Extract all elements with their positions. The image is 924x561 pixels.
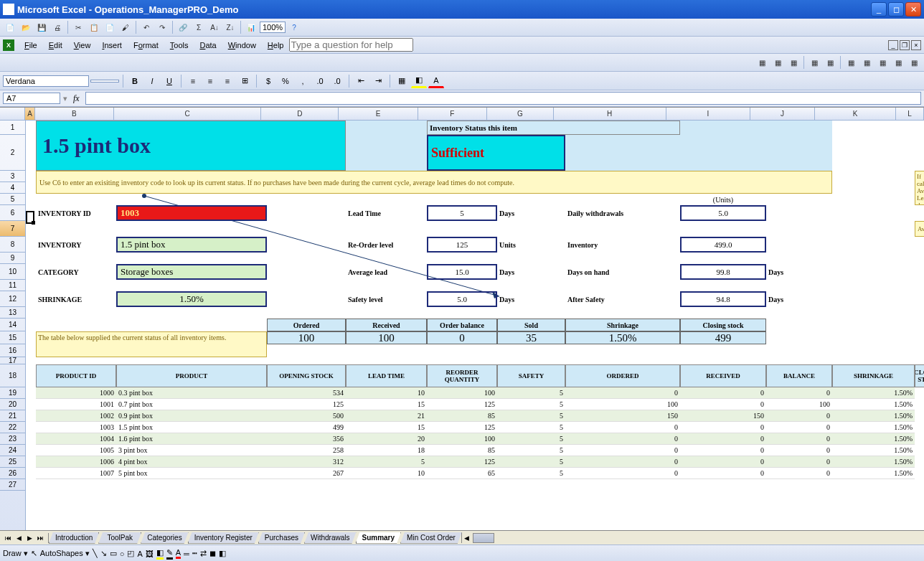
row-header[interactable]: 6 — [0, 205, 25, 221]
sheet-tab[interactable]: Summary — [356, 532, 402, 544]
lead-time-value[interactable]: 5 — [427, 205, 497, 221]
column-header[interactable]: K — [815, 108, 896, 120]
close-button[interactable]: ✕ — [905, 2, 921, 16]
sheet-tab[interactable]: ToolPak — [98, 532, 141, 544]
row-header[interactable]: 12 — [0, 291, 25, 307]
column-header[interactable]: C — [114, 108, 262, 120]
menu-help[interactable]: Help — [262, 39, 290, 51]
column-header[interactable]: D — [261, 108, 339, 120]
menu-tools[interactable]: Tools — [164, 39, 194, 51]
fx-button[interactable]: fx — [70, 93, 82, 104]
comma-button[interactable]: , — [295, 74, 311, 88]
menu-format[interactable]: Format — [128, 39, 164, 51]
sheet-tab[interactable]: Inventory Register — [188, 532, 259, 544]
row-header[interactable]: 24 — [0, 445, 25, 456]
row-header[interactable]: 13 — [0, 307, 25, 319]
italic-button[interactable]: I — [144, 74, 160, 88]
redo-icon[interactable]: ↷ — [155, 20, 169, 34]
doc-restore-button[interactable]: ❐ — [900, 40, 910, 50]
line-color-icon[interactable]: ✎ — [166, 548, 173, 560]
column-header[interactable]: I — [666, 108, 751, 120]
underline-button[interactable]: U — [161, 74, 177, 88]
safety-value[interactable]: 5.0 — [427, 291, 497, 307]
select-objects-icon[interactable]: ↖ — [31, 549, 37, 558]
toolbar-icon[interactable]: ▦ — [786, 55, 801, 70]
toolbar-icon[interactable]: ▦ — [844, 55, 858, 70]
shadow-icon[interactable]: ◼ — [209, 549, 216, 558]
row-header[interactable]: 21 — [0, 410, 25, 422]
3d-icon[interactable]: ◧ — [219, 549, 226, 558]
sort-desc-icon[interactable]: Z↓ — [223, 20, 237, 34]
row-header[interactable]: 20 — [0, 399, 25, 410]
toolbar-icon[interactable]: ▦ — [807, 55, 821, 70]
tab-prev-button[interactable]: ◀ — [14, 533, 24, 543]
column-header[interactable]: F — [418, 108, 487, 120]
column-header[interactable]: H — [554, 108, 666, 120]
row-header[interactable]: 16 — [0, 344, 25, 357]
align-right-button[interactable]: ≡ — [220, 74, 235, 88]
menu-data[interactable]: Data — [194, 39, 222, 51]
clipart-icon[interactable]: 🖼 — [146, 550, 154, 558]
menu-file[interactable]: File — [19, 39, 43, 51]
open-icon[interactable]: 📂 — [19, 20, 33, 34]
toolbar-icon[interactable]: ▦ — [891, 55, 905, 70]
percent-button[interactable]: % — [278, 74, 293, 88]
rectangle-icon[interactable]: ▭ — [110, 549, 117, 558]
arrow-icon[interactable]: ↘ — [100, 549, 107, 558]
sheet-tab[interactable]: Introduction — [49, 532, 99, 544]
undo-icon[interactable]: ↶ — [139, 20, 154, 34]
tab-next-button[interactable]: ▶ — [24, 533, 34, 543]
fill-color-icon[interactable]: ◧ — [156, 548, 164, 560]
increase-decimal-button[interactable]: .0 — [312, 74, 328, 88]
save-icon[interactable]: 💾 — [34, 20, 49, 34]
toolbar-icon[interactable]: ▦ — [859, 55, 874, 70]
paste-icon[interactable]: 📄 — [103, 20, 117, 34]
merge-button[interactable]: ⊞ — [237, 74, 253, 88]
row-header[interactable]: 25 — [0, 456, 25, 468]
sheet-tab[interactable]: Withdrawals — [304, 532, 356, 544]
autosum-icon[interactable]: Σ — [192, 20, 206, 34]
dash-style-icon[interactable]: ┅ — [192, 549, 197, 558]
column-header[interactable]: A — [25, 108, 35, 120]
horizontal-scrollbar[interactable]: ◀ — [461, 533, 924, 543]
copy-icon[interactable]: 📋 — [87, 20, 101, 34]
sheet-tab[interactable]: Purchases — [258, 532, 305, 544]
cut-icon[interactable]: ✂ — [71, 20, 85, 34]
row-header[interactable]: 8 — [0, 237, 25, 253]
column-header[interactable]: B — [35, 108, 114, 120]
row-header[interactable]: 22 — [0, 422, 25, 433]
format-painter-icon[interactable]: 🖌 — [118, 20, 133, 34]
row-header[interactable]: 4 — [0, 182, 25, 194]
row-header[interactable]: 17 — [0, 357, 25, 364]
wordart-icon[interactable]: A — [137, 550, 142, 558]
currency-button[interactable]: $ — [260, 74, 276, 88]
help-search-input[interactable] — [289, 38, 413, 52]
textbox-icon[interactable]: ◰ — [127, 549, 134, 558]
column-header[interactable]: L — [896, 108, 924, 120]
font-size-select[interactable] — [90, 80, 119, 82]
row-header[interactable]: 9 — [0, 253, 25, 264]
menu-edit[interactable]: Edit — [43, 39, 68, 51]
tab-first-button[interactable]: ⏮ — [3, 533, 13, 543]
toolbar-icon[interactable]: ▦ — [907, 55, 921, 70]
decrease-decimal-button[interactable]: .0 — [329, 74, 345, 88]
worksheet-grid[interactable]: ABCDEFGHIJKL 123456789101112131415161718… — [0, 107, 924, 530]
hyperlink-icon[interactable]: 🔗 — [176, 20, 190, 34]
row-header[interactable]: 14 — [0, 319, 25, 331]
row-header[interactable]: 1 — [0, 121, 25, 135]
doc-close-button[interactable]: × — [911, 40, 921, 50]
new-icon[interactable]: 📄 — [3, 20, 17, 34]
inventory-id-value[interactable]: 1003 — [116, 205, 267, 221]
align-center-button[interactable]: ≡ — [202, 74, 218, 88]
row-header[interactable]: 27 — [0, 479, 25, 491]
autoshapes-menu[interactable]: AutoShapes ▾ — [40, 549, 90, 558]
column-header[interactable]: E — [339, 108, 418, 120]
font-color-button[interactable]: A — [428, 74, 444, 88]
row-header[interactable]: 15 — [0, 331, 25, 344]
line-style-icon[interactable]: ═ — [184, 550, 189, 558]
row-header[interactable]: 5 — [0, 194, 25, 205]
row-header[interactable]: 11 — [0, 280, 25, 291]
workbook-icon[interactable]: X — [3, 39, 14, 51]
decrease-indent-button[interactable]: ⇤ — [353, 74, 369, 88]
row-header[interactable]: 18 — [0, 364, 25, 387]
